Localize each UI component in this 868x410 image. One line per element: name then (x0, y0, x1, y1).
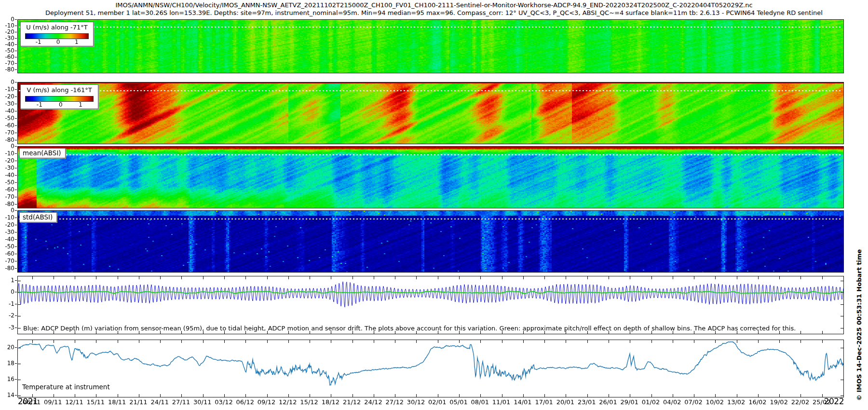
u-velocity-heatmap (18, 20, 843, 73)
u-legend-title: U (m/s) along -71°T (21, 24, 93, 31)
y-tick-label: -70 (0, 194, 14, 200)
y-tick-label: 14 (0, 392, 14, 398)
y-tick-mark (15, 379, 17, 380)
y-tick-label: -70 (0, 258, 14, 264)
u-colorbar-ticks: -1 0 1 (25, 39, 89, 45)
y-tick-mark (15, 57, 17, 57)
y-tick-label: 0 (0, 79, 14, 85)
y-tick-mark (15, 182, 17, 183)
y-tick-label: -40 (0, 41, 14, 48)
y-tick-label: 16 (0, 376, 14, 383)
y-tick-label: -60 (0, 187, 14, 193)
y-tick-mark (15, 26, 17, 26)
y-tick-label: -10 (0, 23, 14, 29)
y-tick-label: -60 (0, 54, 14, 60)
y-tick-mark (15, 232, 17, 232)
v-colorbar-ticks: -1 0 1 (25, 101, 94, 108)
y-tick-label: -20 (0, 94, 14, 100)
panel-depth-variation: Blue: ADCP Depth (m) variation from sens… (17, 276, 844, 334)
y-tick-mark (15, 280, 17, 281)
y-tick-mark (15, 44, 17, 45)
panel-temperature: Temperature at instrument (17, 340, 844, 397)
y-tick-mark (15, 292, 17, 292)
x-tick-label: 25/02 (807, 398, 836, 406)
y-tick-mark (15, 51, 17, 51)
y-tick-mark (15, 268, 17, 269)
y-tick-label: 20 (0, 344, 14, 351)
y-tick-mark (15, 304, 17, 304)
y-tick-label: -70 (0, 130, 14, 136)
y-tick-mark (15, 395, 17, 396)
std-absi-legend-title: std(ABSI) (23, 213, 53, 221)
y-tick-label: -30 (0, 229, 14, 235)
y-tick-mark (15, 96, 17, 97)
y-tick-mark (15, 133, 17, 133)
title-line-1: IMOS/ANMN/NSW/CH100/Velocity/IMOS_ANMN-N… (0, 1, 868, 9)
y-tick-mark (15, 19, 17, 20)
y-tick-label: -50 (0, 179, 14, 186)
y-tick-label: 1 (0, 277, 14, 284)
u-colorbar-tick: 0 (56, 39, 60, 45)
y-tick-mark (15, 69, 17, 70)
y-tick-mark (15, 104, 17, 104)
y-tick-mark (15, 111, 17, 111)
y-tick-mark (15, 239, 17, 240)
y-tick-mark (15, 63, 17, 64)
y-tick-label: -3 (0, 325, 14, 331)
y-tick-mark (15, 161, 17, 161)
y-tick-mark (15, 168, 17, 168)
y-tick-mark (15, 261, 17, 261)
std-absi-heatmap (18, 211, 843, 272)
y-tick-label: -80 (0, 201, 14, 207)
surface-blank-dotted-line (19, 219, 842, 219)
v-colorbar-tick: 1 (79, 101, 82, 108)
y-tick-mark (15, 363, 17, 364)
y-tick-label: -60 (0, 251, 14, 257)
y-tick-mark (15, 146, 17, 147)
std-absi-legend: std(ABSI) (19, 212, 57, 222)
y-tick-mark (15, 347, 17, 348)
y-tick-label: -50 (0, 244, 14, 250)
y-tick-mark (15, 204, 17, 205)
v-colorbar-tick: 0 (59, 101, 63, 108)
imos-watermark: © IMOS 14-Dec-2025 00:53:31 Hobart time (855, 249, 863, 401)
y-tick-label: -20 (0, 222, 14, 228)
y-tick-label: 18 (0, 360, 14, 367)
y-tick-label: -20 (0, 29, 14, 35)
y-tick-label: 0 (0, 289, 14, 295)
y-tick-label: 0 (0, 207, 14, 214)
title-line-2: Deployment 51, member 1 lat=30.26S lon=1… (0, 9, 868, 16)
y-tick-mark (15, 153, 17, 154)
v-colorbar-tick: -1 (37, 101, 42, 108)
y-tick-mark (15, 118, 17, 119)
y-tick-label: -60 (0, 123, 14, 129)
y-tick-mark (15, 32, 17, 32)
y-tick-label: 0 (0, 143, 14, 150)
surface-blank-dotted-line (19, 90, 842, 91)
y-tick-label: -30 (0, 35, 14, 41)
y-tick-mark (15, 125, 17, 126)
u-velocity-legend: U (m/s) along -71°T -1 0 1 (20, 22, 94, 46)
y-tick-label: -40 (0, 172, 14, 178)
y-tick-label: -50 (0, 115, 14, 122)
y-tick-mark (15, 315, 17, 316)
y-tick-label: -10 (0, 86, 14, 93)
y-tick-label: -80 (0, 67, 14, 73)
panel-u-velocity: U (m/s) along -71°T -1 0 1 (17, 19, 844, 73)
y-tick-label: -20 (0, 158, 14, 164)
y-tick-label: -30 (0, 165, 14, 171)
mean-absi-legend: mean(ABSI) (19, 148, 66, 158)
y-tick-label: -80 (0, 265, 14, 272)
y-tick-mark (15, 210, 17, 211)
y-tick-mark (15, 246, 17, 247)
temperature-label: Temperature at instrument (22, 383, 110, 391)
y-tick-mark (15, 82, 17, 82)
adcp-deployment-figure: IMOS/ANMN/NSW/CH100/Velocity/IMOS_ANMN-N… (0, 0, 868, 410)
depth-variation-annotation: Blue: ADCP Depth (m) variation from sens… (23, 325, 796, 332)
y-tick-mark (15, 89, 17, 90)
y-tick-mark (15, 254, 17, 254)
y-tick-mark (15, 197, 17, 197)
u-colorbar-tick: -1 (36, 39, 41, 45)
y-tick-mark (15, 190, 17, 190)
panel-v-velocity: V (m/s) along -161°T -1 0 1 (17, 82, 844, 144)
